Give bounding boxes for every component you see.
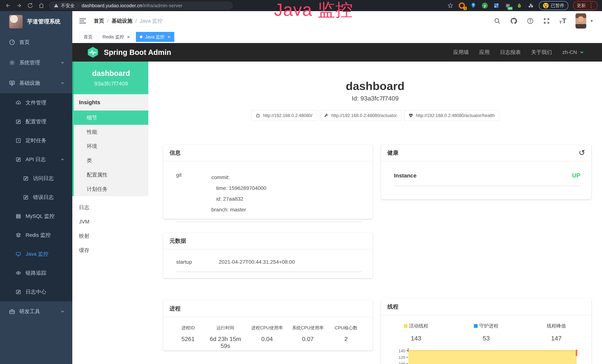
sidebar-item-error-logs[interactable]: 错误日志 xyxy=(0,188,72,207)
forward-icon[interactable] xyxy=(16,2,22,9)
menu-item-mappings[interactable]: 映射 xyxy=(72,229,148,243)
sidebar-item-tracing[interactable]: 链路追踪 xyxy=(0,264,72,282)
menu-item-details[interactable]: 细节 xyxy=(74,110,148,125)
menu-item-jvm[interactable]: JVM xyxy=(72,214,148,229)
extensions-puzzle-icon[interactable] xyxy=(527,2,534,9)
extension-grid-icon[interactable] xyxy=(493,2,500,9)
bookmark-star-icon[interactable] xyxy=(447,2,454,9)
page-subtitle: Id: 93a3fc7f7409 xyxy=(148,95,602,102)
y-tick: 140 xyxy=(398,349,405,353)
card-title: 进程 xyxy=(170,305,181,312)
sba-nav-about[interactable]: 关于我们 xyxy=(531,49,552,56)
legend-swatch-yellow xyxy=(404,324,408,328)
profile-paused-chip[interactable]: 已暂停 xyxy=(539,1,568,10)
sidebar-item-system[interactable]: 系统管理 xyxy=(0,53,72,73)
sidebar-item-label: API 日志 xyxy=(26,156,46,163)
git-line-id: id: 27aa832 xyxy=(211,193,266,204)
sidebar-item-java-monitor[interactable]: Java 监控 xyxy=(0,245,72,264)
extension-orange-icon[interactable]: 1 xyxy=(459,2,465,9)
tab-label: Java 监控 xyxy=(145,34,164,40)
actuator-url-button[interactable]: http://192.168.0.2:48080/actuator xyxy=(320,110,401,121)
stat-label: 进程CPU使用率 xyxy=(245,325,290,331)
schedule-icon xyxy=(15,138,22,143)
close-icon[interactable]: × xyxy=(127,34,130,39)
sidebar-item-mysql-monitor[interactable]: MySQL 监控 xyxy=(0,207,72,226)
breadcrumb-home[interactable]: 首页 xyxy=(94,17,104,24)
menu-item-caches[interactable]: 缓存 xyxy=(72,243,148,257)
security-label[interactable]: 不安全 xyxy=(61,3,75,9)
sba-instance-header[interactable]: dashboard 93a3fc7f7409 xyxy=(72,62,148,94)
sidebar-item-config-manage[interactable]: 配置管理 xyxy=(0,112,72,131)
tab-java-monitor[interactable]: Java 监控 × xyxy=(136,32,174,42)
address-bar[interactable]: 不安全 dashboard.yudao.iocoder.cn/infra/adm… xyxy=(49,1,233,10)
health-url-button[interactable]: http://192.168.0.2:48080/actuator/health xyxy=(404,110,499,121)
history-icon[interactable]: ↺ xyxy=(579,149,585,157)
sidebar-item-redis-monitor[interactable]: Redis 监控 xyxy=(0,226,72,245)
avatar[interactable] xyxy=(575,13,586,29)
tab-redis-monitor[interactable]: Redis 监控 × xyxy=(99,32,134,42)
menu-item-environment[interactable]: 环境 xyxy=(74,139,148,153)
reload-icon[interactable] xyxy=(27,2,33,9)
browser-toolbar: 不安全 dashboard.yudao.iocoder.cn/infra/adm… xyxy=(0,0,602,11)
legend-swatch-blue xyxy=(474,324,478,328)
stat-value: 0.04 xyxy=(245,336,290,343)
sidebar-item-access-logs[interactable]: 访问日志 xyxy=(0,169,72,188)
back-icon[interactable] xyxy=(5,2,11,9)
extension-leaf-icon[interactable] xyxy=(516,2,523,9)
server-icon xyxy=(15,214,22,219)
sidebar-item-dev-tools[interactable]: 研发工具 xyxy=(0,301,72,322)
divider xyxy=(78,3,78,8)
menu-item-scheduled-tasks[interactable]: 计划任务 xyxy=(74,182,148,196)
font-size-icon[interactable]: TT xyxy=(559,17,566,25)
threads-legend: 活动线程 143 守护进程 53 线程峰值 147 xyxy=(381,323,591,342)
metadata-card-header: 元数据 xyxy=(163,233,373,249)
stat-label: 系统CPU使用率 xyxy=(290,325,326,331)
sidebar-item-log-center[interactable]: 日志中心 xyxy=(0,282,72,301)
card-title: 元数据 xyxy=(170,237,186,245)
health-url: http://192.168.0.2:48080/actuator/health xyxy=(416,113,495,118)
instance-id: 93a3fc7f7409 xyxy=(94,80,128,87)
monitor-icon xyxy=(9,80,16,86)
tab-home[interactable]: 首页 xyxy=(80,32,97,42)
git-commit-lines: commit: time: 1596289704000 id: 27aa832 … xyxy=(211,172,266,215)
hamburger-icon[interactable] xyxy=(79,19,86,23)
service-url-button[interactable]: http://192.168.0.2:48080/ xyxy=(251,110,317,121)
status-badge: UP xyxy=(572,172,580,179)
sba-nav-journal[interactable]: 日志报表 xyxy=(500,49,521,56)
app-logo-row[interactable]: 芋道管理系统 xyxy=(0,11,72,32)
menu-item-classes[interactable]: 类 xyxy=(74,153,148,168)
home-icon[interactable] xyxy=(38,2,44,9)
fullscreen-icon[interactable] xyxy=(543,17,550,24)
wrench-icon xyxy=(324,113,329,118)
sidebar-item-infra[interactable]: 基础设施 xyxy=(0,73,72,93)
extension-on-icon[interactable]: on xyxy=(505,2,511,9)
help-icon[interactable] xyxy=(527,17,534,24)
sidebar-item-label: 定时任务 xyxy=(26,137,46,144)
sidebar-item-home[interactable]: 首页 xyxy=(0,32,72,53)
search-icon[interactable] xyxy=(494,17,501,24)
update-browser-button[interactable]: 更新 ⋮ xyxy=(573,1,598,10)
extension-pin-icon[interactable] xyxy=(470,2,477,9)
close-icon[interactable]: × xyxy=(168,34,170,39)
sba-nav-wallboard[interactable]: 应用墙 xyxy=(453,49,469,56)
sba-language-label: zh-CN xyxy=(562,49,577,55)
sba-nav-applications[interactable]: 应用 xyxy=(479,49,490,56)
extension-green-y-icon[interactable]: y xyxy=(482,2,488,9)
breadcrumb-infra[interactable]: 基础设施 xyxy=(112,17,132,24)
github-icon[interactable] xyxy=(510,17,517,25)
sidebar-item-scheduled-jobs[interactable]: 定时任务 xyxy=(0,131,72,150)
legend-label: 线程峰值 xyxy=(547,323,566,329)
info-row-git: git commit: time: 1596289704000 id: 27aa… xyxy=(176,172,362,222)
card-title: 线程 xyxy=(387,303,398,310)
dashboard-icon xyxy=(9,39,16,45)
menu-item-metrics[interactable]: 性能 xyxy=(74,125,148,139)
menu-item-config-props[interactable]: 配置属性 xyxy=(74,168,148,182)
sba-brand[interactable]: Spring Boot Admin xyxy=(87,46,171,58)
menu-item-logs[interactable]: 日志 xyxy=(72,200,148,214)
sidebar-item-file-manage[interactable]: 文件管理 xyxy=(0,93,72,112)
sidebar-item-api-logs[interactable]: API 日志 xyxy=(0,150,72,169)
avatar-caret-icon[interactable]: ▾ xyxy=(591,19,593,23)
breadcrumb-current: Java 监控 xyxy=(140,17,163,24)
browser-menu-icon[interactable]: ⋮ xyxy=(588,3,594,8)
sba-language-select[interactable]: zh-CN xyxy=(562,49,584,55)
